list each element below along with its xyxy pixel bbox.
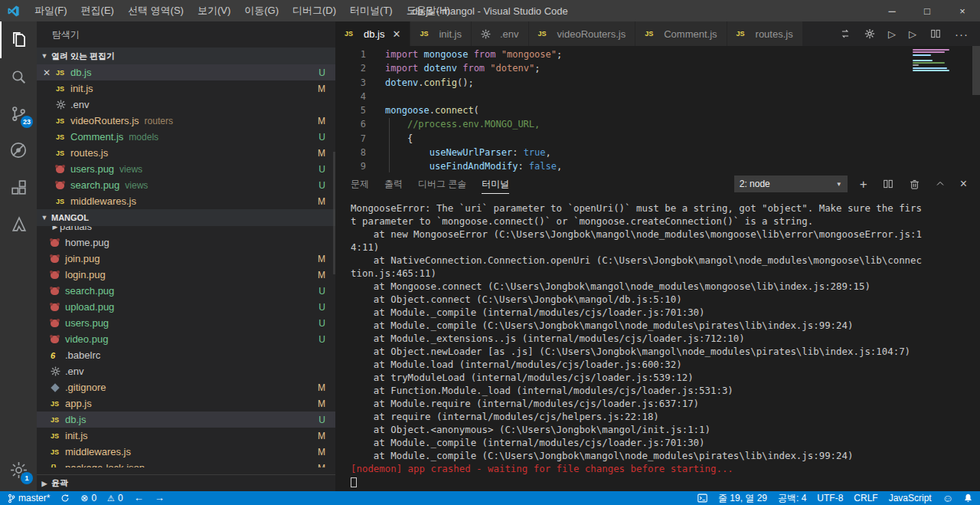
tab-routes.js[interactable]: JSroutes.js <box>727 21 803 46</box>
tree-item[interactable]: JSmiddlewares.jsM <box>37 444 335 460</box>
tree-item[interactable]: JSapp.jsM <box>37 395 335 412</box>
tree-item[interactable]: video.pugU <box>37 331 335 347</box>
arrow-right-status[interactable]: → <box>155 493 165 503</box>
smiley-status[interactable]: ☺ <box>942 493 953 504</box>
menu-item[interactable]: 파일(F) <box>28 0 74 21</box>
split-icon[interactable] <box>929 28 942 39</box>
play-icon[interactable]: ▷ <box>909 29 916 39</box>
close-icon[interactable]: ✕ <box>392 28 400 40</box>
open-editor-item[interactable]: JSComment.jsmodelsU <box>37 129 335 145</box>
minimap[interactable] <box>913 49 968 73</box>
tab-label: init.js <box>439 28 462 40</box>
open-editor-item[interactable]: .env <box>37 97 335 113</box>
file-name: .babelrc <box>65 349 100 361</box>
tab-init.js[interactable]: JSinit.js <box>410 21 472 46</box>
menu-item[interactable]: 터미널(T) <box>343 0 400 21</box>
file-name: users.pug <box>70 163 114 175</box>
tree-item[interactable]: JSdb.jsU <box>37 412 335 428</box>
status-text[interactable]: 공백: 4 <box>778 492 806 505</box>
split-icon[interactable] <box>882 179 894 189</box>
panel-tab-디버그 콘솔[interactable]: 디버그 콘솔 <box>418 175 466 193</box>
status-text[interactable]: CRLF <box>854 493 877 503</box>
extensions-icon[interactable] <box>0 169 37 205</box>
warning-status[interactable]: ⚠0 <box>107 493 123 503</box>
error-icon: ⊗ <box>80 493 88 503</box>
tree-item[interactable]: 6.babelrc <box>37 347 335 363</box>
menu-item[interactable]: 편집(E) <box>74 0 121 21</box>
open-editor-item[interactable]: JSvideoRouters.jsroutersM <box>37 113 335 129</box>
tree-item[interactable]: upload.pugU <box>37 299 335 315</box>
bell-status[interactable] <box>964 494 972 503</box>
gear-file-icon <box>481 29 495 39</box>
switch-icon[interactable] <box>839 28 851 39</box>
close-icon[interactable]: × <box>960 178 967 190</box>
minimize-button[interactable]: ─ <box>874 0 910 21</box>
settings-icon[interactable]: 1 <box>0 451 37 488</box>
terminal-status[interactable] <box>697 494 707 503</box>
tree-item[interactable]: search.pugU <box>37 283 335 299</box>
explorer-icon[interactable] <box>0 21 37 58</box>
arrow-left-status[interactable]: ← <box>134 493 144 503</box>
play-icon[interactable]: ▷ <box>888 29 896 39</box>
open-editor-item[interactable]: JSmiddlewares.jsM <box>37 193 335 209</box>
menu-item[interactable]: 디버그(D) <box>286 0 343 21</box>
branch-status[interactable]: master* <box>8 493 50 503</box>
tree-item[interactable]: .gitignoreM <box>37 379 335 395</box>
folder-section-header[interactable]: ▼ MANGOL <box>37 209 335 226</box>
status-text[interactable]: UTF-8 <box>817 493 843 503</box>
line-number: 1 <box>335 48 366 61</box>
azure-icon[interactable] <box>0 205 37 242</box>
git-status-badge: M <box>318 398 335 409</box>
open-editor-item[interactable]: JSroutes.jsM <box>37 145 335 161</box>
tree-item[interactable]: join.pugM <box>37 251 335 267</box>
search-icon[interactable] <box>0 58 37 95</box>
file-name: join.pug <box>65 253 100 264</box>
chevron-up-icon[interactable] <box>935 179 946 189</box>
plus-icon[interactable]: + <box>860 178 867 191</box>
tree-item[interactable]: users.pugU <box>37 315 335 331</box>
maximize-button[interactable]: □ <box>910 0 945 21</box>
open-editor-item[interactable]: users.pugviewsU <box>37 161 335 177</box>
terminal-cursor <box>351 477 357 487</box>
terminal-selector[interactable]: 2: node▼ <box>734 175 848 192</box>
tab-videoRouters.js[interactable]: JSvideoRouters.js <box>529 21 636 46</box>
tree-item[interactable]: login.pugM <box>37 267 335 283</box>
sync-status[interactable] <box>60 494 70 503</box>
window-title: db.js - mangol - Visual Studio Code <box>412 5 568 17</box>
tab-db.js[interactable]: JSdb.js✕ <box>335 21 410 46</box>
tree-item[interactable]: home.pug <box>37 234 335 251</box>
menu-item[interactable]: 보기(V) <box>191 0 237 21</box>
editor-scrollbar[interactable] <box>972 46 980 95</box>
error-status[interactable]: ⊗0 <box>80 493 96 503</box>
menu-item[interactable]: 이동(G) <box>237 0 286 21</box>
file-path-hint: views <box>119 164 142 175</box>
gear-icon[interactable] <box>864 28 875 39</box>
tree-item[interactable]: .env <box>37 363 335 379</box>
outline-section-header[interactable]: ▶ 윤곽 <box>37 474 335 491</box>
js-file-icon: JS <box>420 30 434 38</box>
debug-icon[interactable] <box>0 132 37 169</box>
file-name: .gitignore <box>65 382 106 393</box>
tree-item[interactable]: ▶partials <box>37 226 335 234</box>
menu-item[interactable]: 선택 영역(S) <box>121 0 191 21</box>
terminal-output[interactable]: MongooseError: The `uri` parameter to `o… <box>335 195 980 491</box>
more-icon[interactable]: ··· <box>955 28 969 40</box>
source-control-icon[interactable]: 23 <box>0 95 37 132</box>
panel-tab-터미널[interactable]: 터미널 <box>482 175 509 194</box>
close-icon[interactable]: ✕ <box>43 67 56 78</box>
status-text[interactable]: 줄 19, 열 29 <box>718 492 767 505</box>
open-editors-header[interactable]: ▼ 열려 있는 편집기 <box>37 48 335 64</box>
panel-tab-출력[interactable]: 출력 <box>384 175 403 193</box>
close-button[interactable]: × <box>945 0 980 21</box>
open-editor-item[interactable]: JSinit.jsM <box>37 80 335 97</box>
tab-.env[interactable]: .env <box>472 21 529 46</box>
tree-item[interactable]: {}package-lock.jsonM <box>37 460 335 467</box>
tree-item[interactable]: JSinit.jsM <box>37 428 335 444</box>
open-editor-item[interactable]: search.pugviewsU <box>37 177 335 193</box>
panel-tab-문제[interactable]: 문제 <box>351 175 369 193</box>
tab-Comment.js[interactable]: JSComment.js <box>635 21 727 46</box>
open-editor-item[interactable]: ✕JSdb.jsU <box>37 64 335 80</box>
status-text[interactable]: JavaScript <box>889 493 932 503</box>
trash-icon[interactable] <box>909 179 920 190</box>
code-editor[interactable]: 1import mongoose from "mongoose";2import… <box>335 46 980 172</box>
